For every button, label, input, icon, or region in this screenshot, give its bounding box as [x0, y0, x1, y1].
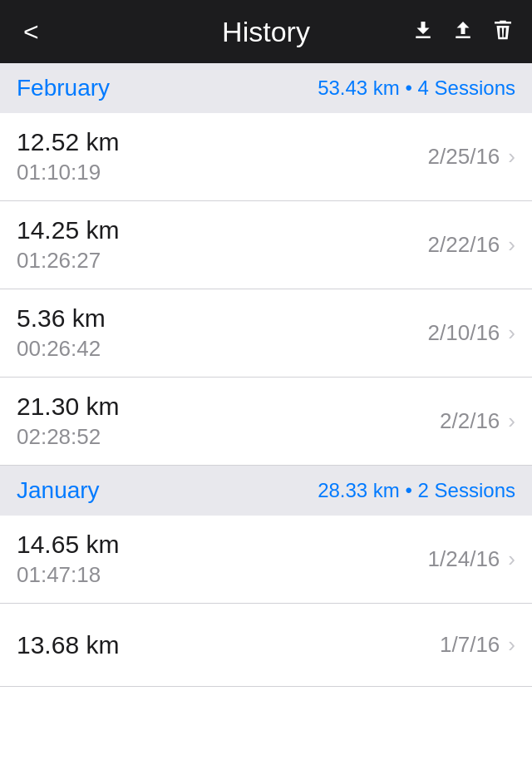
- session-right-0-3: 2/2/16›: [440, 408, 515, 434]
- chevron-right-icon: ›: [508, 320, 515, 346]
- session-right-0-1: 2/22/16›: [428, 232, 515, 258]
- session-date: 2/2/16: [440, 408, 500, 434]
- session-left-0-0: 12.52 km01:10:19: [17, 128, 119, 185]
- section-summary-1: 28.33 km • 2 Sessions: [318, 479, 515, 502]
- section-header-0: February53.43 km • 4 Sessions: [0, 63, 532, 113]
- session-left-1-1: 13.68 km: [17, 631, 119, 659]
- session-duration: 01:47:18: [17, 562, 119, 588]
- session-left-0-1: 14.25 km01:26:27: [17, 216, 119, 274]
- chevron-right-icon: ›: [508, 144, 515, 170]
- table-row[interactable]: 13.68 km1/7/16›: [0, 604, 532, 687]
- chevron-right-icon: ›: [508, 232, 515, 258]
- session-date: 1/24/16: [428, 546, 500, 572]
- table-row[interactable]: 12.52 km01:10:192/25/16›: [0, 113, 532, 201]
- section-summary-0: 53.43 km • 4 Sessions: [318, 76, 515, 100]
- upload-icon[interactable]: [451, 17, 475, 46]
- session-duration: 00:26:42: [17, 336, 106, 362]
- session-distance: 14.25 km: [17, 216, 119, 244]
- session-date: 2/25/16: [428, 144, 500, 170]
- chevron-right-icon: ›: [508, 408, 515, 434]
- section-month-1: January: [17, 477, 100, 504]
- back-button[interactable]: <: [17, 12, 46, 52]
- session-duration: 02:28:52: [17, 424, 119, 450]
- session-distance: 13.68 km: [17, 631, 119, 659]
- chevron-right-icon: ›: [508, 546, 515, 572]
- nav-bar: < History: [0, 0, 532, 63]
- table-row[interactable]: 14.65 km01:47:181/24/16›: [0, 516, 532, 604]
- session-left-0-3: 21.30 km02:28:52: [17, 392, 119, 450]
- session-left-1-0: 14.65 km01:47:18: [17, 531, 119, 588]
- session-distance: 21.30 km: [17, 392, 119, 421]
- nav-actions: [411, 17, 515, 46]
- delete-icon[interactable]: [490, 17, 515, 46]
- sessions-list: February53.43 km • 4 Sessions12.52 km01:…: [0, 63, 532, 687]
- table-row[interactable]: 5.36 km00:26:422/10/16›: [0, 289, 532, 378]
- download-icon[interactable]: [411, 17, 436, 46]
- session-distance: 5.36 km: [17, 304, 106, 333]
- section-month-0: February: [17, 75, 110, 101]
- table-row[interactable]: 14.25 km01:26:272/22/16›: [0, 201, 532, 289]
- session-date: 2/22/16: [428, 232, 500, 258]
- nav-title: History: [222, 16, 310, 48]
- table-row[interactable]: 21.30 km02:28:522/2/16›: [0, 378, 532, 466]
- section-header-1: January28.33 km • 2 Sessions: [0, 466, 532, 516]
- session-distance: 12.52 km: [17, 128, 119, 156]
- session-right-0-0: 2/25/16›: [428, 144, 515, 170]
- session-distance: 14.65 km: [17, 531, 119, 559]
- session-left-0-2: 5.36 km00:26:42: [17, 304, 106, 362]
- session-right-1-1: 1/7/16›: [440, 632, 515, 658]
- session-date: 1/7/16: [440, 632, 500, 658]
- session-right-0-2: 2/10/16›: [428, 320, 515, 346]
- chevron-right-icon: ›: [508, 632, 515, 658]
- session-right-1-0: 1/24/16›: [428, 546, 515, 572]
- session-duration: 01:10:19: [17, 160, 119, 185]
- session-date: 2/10/16: [428, 320, 500, 346]
- session-duration: 01:26:27: [17, 248, 119, 274]
